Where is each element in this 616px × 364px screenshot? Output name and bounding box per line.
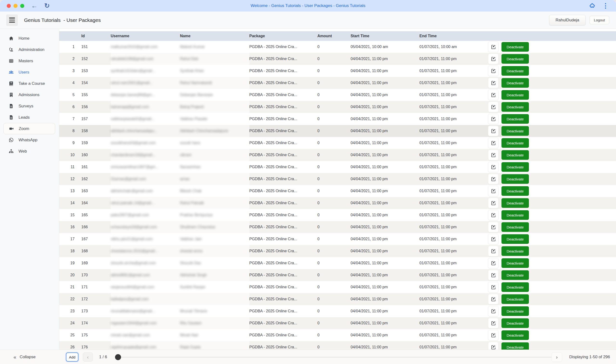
id-cell: 159 <box>75 141 111 145</box>
table-area: Id Username Name Package Amount Start Ti… <box>59 29 616 364</box>
sidebar-item-users[interactable]: Users <box>0 66 59 78</box>
deactivate-button[interactable]: Deactivate <box>502 54 529 64</box>
browser-menu-icon[interactable]: ⋮ <box>602 3 609 9</box>
edit-button[interactable] <box>488 114 499 124</box>
package-cell: PGDBA - 2025 Online Cra... <box>249 57 317 61</box>
name-cell-blurred-text: Synthak Khan <box>180 69 204 73</box>
sidebar-item-admissions[interactable]: Admissions <box>0 89 59 100</box>
deactivate-button[interactable]: Deactivate <box>502 210 529 220</box>
collapse-sidebar-button[interactable]: « Collapse <box>14 354 36 360</box>
edit-icon <box>491 44 496 50</box>
edit-button[interactable] <box>488 150 499 160</box>
edit-button[interactable] <box>488 174 499 184</box>
deactivate-button[interactable]: Deactivate <box>502 318 529 328</box>
sidebar-item-label: Users <box>18 70 29 75</box>
deactivate-button[interactable]: Deactivate <box>502 150 529 160</box>
edit-button[interactable] <box>488 138 499 148</box>
edit-button[interactable] <box>488 330 499 340</box>
deactivate-button[interactable]: Deactivate <box>502 222 529 232</box>
deactivate-button[interactable]: Deactivate <box>502 138 529 148</box>
edit-button[interactable] <box>488 102 499 112</box>
sidebar-item-zoom[interactable]: Zoom <box>3 123 55 134</box>
deactivate-button[interactable]: Deactivate <box>502 258 529 268</box>
deactivate-button[interactable]: Deactivate <box>502 270 529 280</box>
edit-button[interactable] <box>488 222 499 232</box>
row-index-cell: 22 <box>59 297 75 301</box>
page-slider-track[interactable] <box>117 357 551 358</box>
name-cell-blurred-text: Surbhit Ranjan <box>180 285 206 289</box>
user-account-button[interactable]: RahulDudeja <box>549 15 586 26</box>
deactivate-button[interactable]: Deactivate <box>502 102 529 112</box>
column-header-username: Username <box>111 31 180 41</box>
close-window-icon[interactable] <box>7 4 11 8</box>
deactivate-button[interactable]: Deactivate <box>502 186 529 196</box>
start-time-cell: 04/04/2021, 11:00 pm <box>350 333 420 337</box>
deactivate-button[interactable]: Deactivate <box>502 198 529 208</box>
edit-button[interactable] <box>488 282 499 292</box>
next-page-button[interactable]: › <box>551 352 562 362</box>
deactivate-button[interactable]: Deactivate <box>502 126 529 136</box>
edit-button[interactable] <box>488 90 499 100</box>
edit-button[interactable] <box>488 186 499 196</box>
page-slider-knob[interactable] <box>115 354 121 360</box>
deactivate-button[interactable]: Deactivate <box>502 78 529 88</box>
start-time-cell: 04/04/2021, 11:00 pm <box>350 105 420 109</box>
edit-button[interactable] <box>488 318 499 328</box>
sidebar-item-administration[interactable]: Administration <box>0 44 59 55</box>
table-row: 2152rahuldeb108@gmail.comRahul DebPGDBA … <box>59 53 616 65</box>
edit-button[interactable] <box>488 234 499 244</box>
sidebar-item-take-a-course[interactable]: Take a Course <box>0 78 59 89</box>
edit-button[interactable] <box>488 198 499 208</box>
hamburger-menu-icon[interactable] <box>6 14 18 26</box>
deactivate-button[interactable]: Deactivate <box>502 162 529 172</box>
edit-button[interactable] <box>488 294 499 304</box>
sidebar-item-home[interactable]: Home <box>0 33 59 44</box>
id-cell: 161 <box>75 165 111 169</box>
deactivate-button[interactable]: Deactivate <box>502 234 529 244</box>
deactivate-button[interactable]: Deactivate <box>502 42 529 52</box>
edit-button[interactable] <box>488 65 499 76</box>
sidebar-item-masters[interactable]: Masters <box>0 55 59 66</box>
end-time-cell: 01/07/2021, 10:00 am <box>420 45 488 49</box>
username-cell: pabs2907@gmail.com <box>111 209 180 221</box>
deactivate-button[interactable]: Deactivate <box>502 306 529 316</box>
deactivate-button[interactable]: Deactivate <box>502 294 529 304</box>
end-time-cell: 01/07/2021, 11:00 pm <box>420 105 488 109</box>
deactivate-button[interactable]: Deactivate <box>502 90 529 100</box>
package-cell: PGDBA - 2025 Online Cra... <box>249 201 317 205</box>
package-cell: PGDBA - 2025 Online Cra... <box>249 249 317 253</box>
row-index-cell: 15 <box>59 213 75 217</box>
edit-button[interactable] <box>488 270 499 280</box>
edit-button[interactable] <box>488 126 499 136</box>
deactivate-button[interactable]: Deactivate <box>502 174 529 184</box>
prev-page-button[interactable]: ‹ <box>83 352 93 362</box>
name-cell-blurred-text: Shubham Chauraisa <box>180 225 215 229</box>
back-icon[interactable]: ← <box>31 3 38 9</box>
edit-button[interactable] <box>488 258 499 268</box>
table-row: 1216231arnav@gmail.comarnavPGDBA - 2025 … <box>59 173 616 185</box>
deactivate-button[interactable]: Deactivate <box>502 66 529 76</box>
edit-button[interactable] <box>488 246 499 256</box>
sidebar-item-surveys[interactable]: Surveys <box>0 100 59 112</box>
edit-button[interactable] <box>488 53 499 64</box>
table-row: 14164rahul.patnaik.14@gmail...Rahul Patn… <box>59 197 616 209</box>
extensions-icon[interactable] <box>589 3 595 9</box>
name-cell: Rahul Patnaik <box>180 197 249 209</box>
edit-button[interactable] <box>488 306 499 316</box>
reload-icon[interactable]: ↻ <box>44 3 50 9</box>
logout-button[interactable]: Logout <box>589 16 609 24</box>
maximize-window-icon[interactable] <box>20 4 24 8</box>
minimize-window-icon[interactable] <box>14 4 18 8</box>
deactivate-button[interactable]: Deactivate <box>502 282 529 292</box>
deactivate-button[interactable]: Deactivate <box>502 246 529 256</box>
deactivate-button[interactable]: Deactivate <box>502 330 529 340</box>
edit-button[interactable] <box>488 41 499 52</box>
edit-button[interactable] <box>488 78 499 88</box>
add-button[interactable]: Add <box>66 352 78 362</box>
sidebar-item-whatsapp[interactable]: WhatsApp <box>0 134 59 146</box>
deactivate-button[interactable]: Deactivate <box>502 114 529 124</box>
sidebar-item-leads[interactable]: Leads <box>0 112 59 123</box>
edit-button[interactable] <box>488 162 499 172</box>
edit-button[interactable] <box>488 210 499 220</box>
sidebar-item-web[interactable]: Web <box>0 146 59 157</box>
